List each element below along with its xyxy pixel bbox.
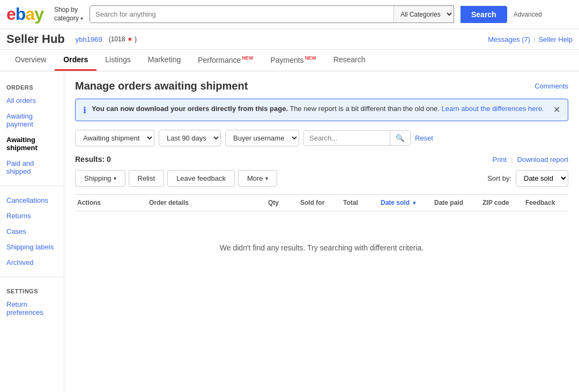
seller-hub-subheader: Seller Hub ybh1969 (1018 ★ ) Messages (7… xyxy=(0,29,579,50)
col-header-date-sold[interactable]: Date sold ▼ xyxy=(381,199,434,206)
tab-marketing[interactable]: Marketing xyxy=(139,50,189,71)
main-nav: Overview Orders Listings Marketing Perfo… xyxy=(0,50,579,71)
leave-feedback-label: Leave feedback xyxy=(176,174,226,182)
download-report-link[interactable]: Download report xyxy=(517,156,568,164)
sort-arrow-icon: ▼ xyxy=(412,200,417,206)
search-input[interactable] xyxy=(90,6,394,23)
sidebar-divider-2 xyxy=(0,277,64,277)
messages-link[interactable]: Messages (7) xyxy=(488,35,530,43)
col-header-sold-for: Sold for xyxy=(300,199,343,206)
pipe-divider: | xyxy=(511,156,513,164)
banner-text: You can now download your orders directl… xyxy=(92,105,548,113)
new-badge-performance: NEW xyxy=(242,55,253,61)
chevron-down-icon: ▾ xyxy=(80,15,83,22)
tab-research[interactable]: Research xyxy=(325,50,374,71)
results-actions: Print | Download report xyxy=(492,156,568,164)
global-search-bar: All Categories xyxy=(90,5,454,23)
sort-select[interactable]: Date sold Date paid Total xyxy=(516,170,568,187)
sort-area: Sort by: Date sold Date paid Total xyxy=(487,170,568,187)
sidebar-item-shipping-labels[interactable]: Shipping labels xyxy=(0,239,64,255)
empty-state-message: We didn't find any results. Try searchin… xyxy=(75,211,568,284)
status-filter[interactable]: Awaiting shipment All orders Awaiting pa… xyxy=(75,130,154,146)
sidebar-item-all-orders[interactable]: All orders xyxy=(0,93,64,108)
category-select[interactable]: All Categories xyxy=(394,6,454,23)
chevron-down-icon: ▾ xyxy=(114,175,116,181)
orders-table: Actions Order details Qty Sold for Total… xyxy=(75,194,568,284)
col-header-total: Total xyxy=(343,199,381,206)
col-header-qty: Qty xyxy=(268,199,300,206)
sidebar-item-awaiting-payment[interactable]: Awaiting payment xyxy=(0,108,64,132)
banner-bold-text: You can now download your orders directl… xyxy=(92,105,288,113)
leave-feedback-button[interactable]: Leave feedback xyxy=(167,170,235,187)
more-label: More xyxy=(247,174,263,182)
more-button[interactable]: More ▾ xyxy=(238,170,277,187)
tab-performance[interactable]: PerformanceNEW xyxy=(189,50,262,71)
col-header-order-details: Order details xyxy=(145,199,268,206)
date-sold-label: Date sold xyxy=(381,199,410,206)
sidebar-section-settings: SETTINGS xyxy=(0,284,64,297)
shipping-button[interactable]: Shipping ▾ xyxy=(75,170,125,187)
action-buttons-bar: Shipping ▾ Relist Leave feedback More ▾ … xyxy=(75,170,568,187)
sidebar-section-orders: ORDERS xyxy=(0,80,64,93)
logo-b: b xyxy=(16,4,26,24)
info-banner: ℹ You can now download your orders direc… xyxy=(75,99,568,121)
logo-a: a xyxy=(25,4,34,24)
tab-overview[interactable]: Overview xyxy=(6,50,55,71)
sidebar: ORDERS All orders Awaiting payment Await… xyxy=(0,71,64,392)
tab-orders[interactable]: Orders xyxy=(55,50,96,71)
seller-hub-title: Seller Hub xyxy=(6,32,65,46)
logo-e: e xyxy=(6,4,16,24)
filter-search-button[interactable]: 🔍 xyxy=(390,131,410,145)
sidebar-divider-1 xyxy=(0,186,64,186)
main-layout: ORDERS All orders Awaiting payment Await… xyxy=(0,71,579,392)
period-filter[interactable]: Last 90 days Last 30 days Last 7 days xyxy=(159,130,221,146)
sidebar-item-cases[interactable]: Cases xyxy=(0,224,64,239)
banner-normal-text: The new report is a bit different than t… xyxy=(290,105,441,113)
content-header: Manage orders awaiting shipment Comments xyxy=(75,80,568,92)
search-icon: 🔍 xyxy=(396,134,405,142)
sidebar-item-archived[interactable]: Archived xyxy=(0,255,64,270)
close-icon[interactable]: ✕ xyxy=(553,105,560,115)
col-header-feedback: Feedback xyxy=(525,199,568,206)
advanced-search-link[interactable]: Advanced xyxy=(514,11,542,18)
seller-username[interactable]: ybh1969 xyxy=(76,35,102,43)
tab-listings[interactable]: Listings xyxy=(96,50,139,71)
new-badge-payments: NEW xyxy=(305,55,316,61)
reset-button[interactable]: Reset xyxy=(415,134,433,142)
seller-help-link[interactable]: Seller Help xyxy=(538,35,573,43)
shipping-label: Shipping xyxy=(84,174,112,182)
chevron-down-icon: ▾ xyxy=(265,175,268,181)
sidebar-item-paid-shipped[interactable]: Paid and shipped xyxy=(0,156,64,179)
results-count: Results: 0 xyxy=(75,155,492,164)
results-bar: Results: 0 Print | Download report xyxy=(75,155,568,164)
tab-payments[interactable]: PaymentsNEW xyxy=(262,50,324,71)
shop-by-sub: category ▾ xyxy=(54,14,83,23)
info-icon: ℹ xyxy=(83,105,86,115)
sidebar-item-returns[interactable]: Returns xyxy=(0,208,64,224)
page-title: Manage orders awaiting shipment xyxy=(75,80,535,92)
shop-by-label: Shop by xyxy=(54,6,83,14)
ebay-logo[interactable]: ebay xyxy=(6,4,43,24)
sidebar-item-return-preferences[interactable]: Return preferences xyxy=(0,297,64,320)
sort-by-label: Sort by: xyxy=(487,174,511,182)
shop-by-category[interactable]: Shop by category ▾ xyxy=(54,6,83,23)
sidebar-item-cancellations[interactable]: Cancellations xyxy=(0,193,64,208)
filter-search-input[interactable] xyxy=(304,131,390,145)
relist-label: Relist xyxy=(138,174,155,182)
filter-search-bar: 🔍 xyxy=(303,130,411,146)
print-link[interactable]: Print xyxy=(492,156,507,164)
main-content: Manage orders awaiting shipment Comments… xyxy=(64,71,579,392)
logo-y: y xyxy=(34,4,43,24)
page-header: ebay Shop by category ▾ All Categories S… xyxy=(0,0,579,29)
buyer-filter[interactable]: Buyer username Order number xyxy=(225,130,299,146)
banner-learn-link[interactable]: Learn about the differences here. xyxy=(441,105,544,113)
comments-link[interactable]: Comments xyxy=(535,82,568,90)
sidebar-item-awaiting-shipment[interactable]: Awaiting shipment xyxy=(0,132,64,156)
pipe-divider: | xyxy=(533,35,535,43)
col-header-zip-code: ZIP code xyxy=(482,199,525,206)
col-header-actions: Actions xyxy=(75,199,145,206)
filter-bar: Awaiting shipment All orders Awaiting pa… xyxy=(75,130,568,146)
relist-button[interactable]: Relist xyxy=(129,170,165,187)
star-icon: ★ xyxy=(127,35,133,43)
search-button[interactable]: Search xyxy=(461,6,507,23)
